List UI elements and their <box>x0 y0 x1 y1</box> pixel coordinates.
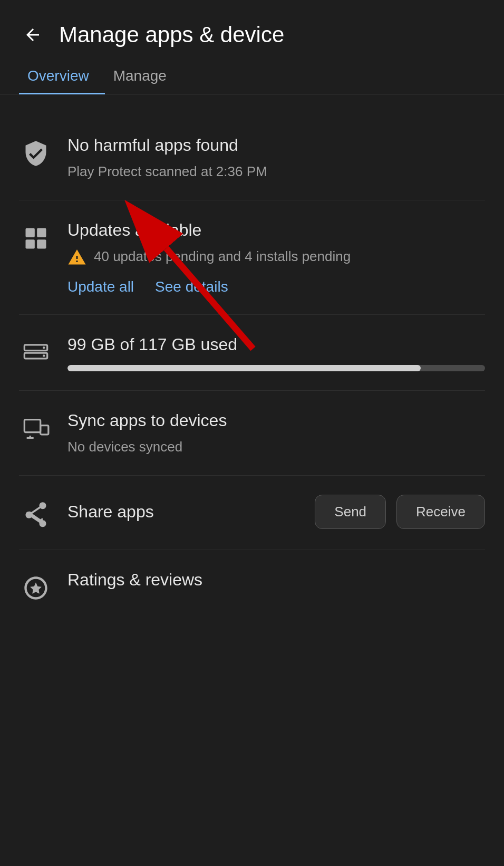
storage-bar <box>67 365 485 371</box>
svg-rect-11 <box>41 426 49 435</box>
svg-point-8 <box>43 347 45 349</box>
svg-rect-0 <box>26 228 35 237</box>
share-buttons: Send Receive <box>315 495 485 529</box>
share-apps-body: Share apps Send Receive <box>67 495 485 529</box>
updates-body: Updates available 40 updates pending and… <box>67 219 485 295</box>
svg-rect-2 <box>26 239 35 248</box>
back-icon <box>23 25 42 44</box>
send-button[interactable]: Send <box>315 495 386 529</box>
play-protect-title: No harmful apps found <box>67 134 485 157</box>
updates-icon <box>19 222 53 255</box>
storage-section: 99 GB of 117 GB used <box>19 315 485 391</box>
share-apps-section: Share apps Send Receive <box>19 476 485 550</box>
tab-overview[interactable]: Overview <box>19 59 105 94</box>
ratings-icon <box>19 571 53 605</box>
back-button[interactable] <box>19 21 46 49</box>
svg-rect-3 <box>37 239 46 248</box>
storage-body: 99 GB of 117 GB used <box>67 334 485 372</box>
updates-pending-text: 40 updates pending and 4 installs pendin… <box>94 247 351 266</box>
update-action-links: Update all See details <box>67 278 485 295</box>
shield-icon <box>19 137 53 170</box>
sync-icon <box>19 412 53 446</box>
warning-icon <box>67 248 86 269</box>
receive-button[interactable]: Receive <box>396 495 485 529</box>
see-details-link[interactable]: See details <box>155 278 228 295</box>
sync-body: Sync apps to devices No devices synced <box>67 410 485 456</box>
sync-section: Sync apps to devices No devices synced <box>19 391 485 476</box>
svg-rect-1 <box>37 228 46 237</box>
tab-manage[interactable]: Manage <box>105 59 182 94</box>
tabs-container: Overview Manage <box>0 59 504 94</box>
ratings-title: Ratings & reviews <box>67 569 485 591</box>
header: Manage apps & device <box>0 0 504 59</box>
storage-title: 99 GB of 117 GB used <box>67 334 485 356</box>
play-protect-body: No harmful apps found Play Protect scann… <box>67 134 485 181</box>
share-apps-icon <box>19 497 53 531</box>
share-row: Share apps Send Receive <box>67 495 485 529</box>
svg-point-9 <box>43 354 45 357</box>
sync-subtitle: No devices synced <box>67 437 485 456</box>
warning-row: 40 updates pending and 4 installs pendin… <box>67 247 485 269</box>
content-area: No harmful apps found Play Protect scann… <box>0 94 504 645</box>
storage-bar-fill <box>67 365 421 371</box>
sync-title: Sync apps to devices <box>67 410 485 432</box>
updates-section: Updates available 40 updates pending and… <box>19 200 485 315</box>
ratings-body: Ratings & reviews <box>67 569 485 591</box>
ratings-section[interactable]: Ratings & reviews <box>19 550 485 624</box>
play-protect-section: No harmful apps found Play Protect scann… <box>19 116 485 200</box>
share-apps-label: Share apps <box>67 502 296 522</box>
play-protect-subtitle: Play Protect scanned at 2:36 PM <box>67 162 485 181</box>
update-all-link[interactable]: Update all <box>67 278 134 295</box>
updates-title: Updates available <box>67 219 485 242</box>
storage-icon <box>19 336 53 370</box>
svg-rect-10 <box>24 420 40 432</box>
page-title: Manage apps & device <box>59 22 284 47</box>
manage-apps-screen: Manage apps & device Overview Manage No … <box>0 0 504 645</box>
